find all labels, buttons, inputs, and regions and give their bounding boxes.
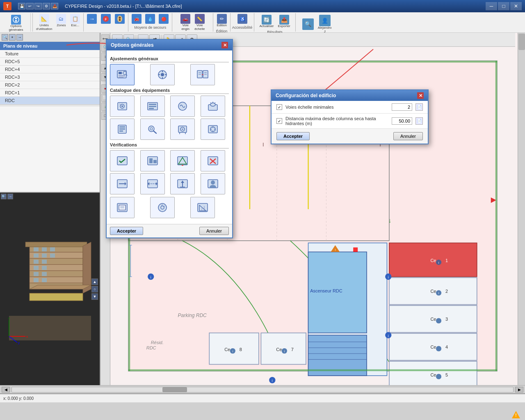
esc-button[interactable]: 📋 Esc... [68, 13, 82, 28]
verif-btn4[interactable] [201, 150, 225, 171]
svg-rect-126 [119, 75, 125, 76]
dialog-config-close[interactable]: ✕ [417, 92, 424, 99]
hscroll-thumb[interactable] [162, 387, 187, 392]
cat-btn6[interactable] [140, 119, 165, 140]
floor-item-rdc5[interactable]: RDC+5 [0, 58, 100, 66]
voie-echelle-icon: 📏 [195, 14, 205, 24]
zones-button[interactable]: 🗂 Zones [55, 13, 68, 28]
hydrant-button[interactable]: 💧 [144, 13, 157, 25]
ajust-btn2[interactable] [150, 64, 175, 85]
cat-btn7[interactable] [170, 119, 195, 140]
options-generales-button[interactable]: Options générales [4, 14, 28, 33]
scroll-thumb[interactable] [518, 34, 525, 50]
floor-item-rdc4[interactable]: RDC+4 [0, 66, 100, 73]
left-expand-btn[interactable]: → [16, 34, 23, 41]
floor-item-rdc[interactable]: RDC [0, 97, 100, 105]
undo-button[interactable]: ↩ [26, 3, 34, 9]
verif-btn3[interactable] [170, 150, 195, 171]
edition-button[interactable]: ✏ Édition [215, 13, 228, 28]
distancia-value-input[interactable] [392, 117, 412, 125]
config-accept-button[interactable]: Accepter [276, 132, 310, 140]
close-button[interactable]: ✕ [510, 2, 522, 10]
voies-doc-btn[interactable]: 📄 [415, 103, 423, 111]
svg-point-193 [211, 180, 215, 185]
cat-btn4[interactable] [201, 96, 225, 117]
verif-btn10[interactable] [150, 197, 175, 218]
distancia-doc-btn[interactable]: 📄 [415, 117, 423, 125]
nav-center-btn[interactable]: ○ [91, 286, 98, 292]
verif-btn5[interactable] [110, 173, 135, 194]
verif-btn9[interactable] [110, 197, 135, 218]
dialog-options-title[interactable]: Options générales ✕ [107, 40, 232, 50]
zoom-in-left-btn[interactable]: + [9, 34, 16, 41]
export-button[interactable]: 📤 [51, 3, 58, 9]
3d-zoom-btn[interactable]: 🔍 [1, 194, 7, 199]
dialog-options-generales: Options générales ✕ Ajustements généraux [106, 39, 233, 238]
horizontal-scrollbar[interactable] [11, 387, 514, 393]
voie-engin-button[interactable]: 🚗 Voieengin [179, 13, 192, 32]
nav-down-btn[interactable]: ▼ [91, 293, 98, 300]
cat-btn5[interactable] [110, 119, 135, 140]
voies-value-input[interactable] [392, 103, 412, 111]
verif-btn1[interactable] [110, 150, 135, 171]
compartiment-btn1[interactable]: → [85, 13, 98, 25]
zoom-out-left-btn[interactable]: 🔍 [2, 34, 8, 41]
minimize-button[interactable]: ─ [486, 2, 497, 10]
svg-rect-127 [119, 77, 123, 78]
verif-btn8[interactable] [201, 173, 225, 194]
verif-btn7[interactable] [170, 173, 195, 194]
compartiment-btn2[interactable]: F [99, 13, 112, 25]
floor-item-rdc2[interactable]: RDC+2 [0, 81, 100, 89]
cat-btn1[interactable] [110, 96, 135, 117]
redo-button[interactable]: ↪ [34, 3, 42, 9]
config-cancel-button[interactable]: Annuler [393, 132, 423, 140]
voies-checkbox[interactable]: ✓ [276, 104, 282, 110]
distancia-checkbox[interactable]: ✓ [276, 118, 282, 124]
voie-echelle-button[interactable]: 📏 Voieéchelle [193, 13, 206, 32]
quick-access-toolbar: 💾 ↩ ↪ ⚙ 📤 [18, 3, 58, 9]
actualiser-button[interactable]: 🔄 Actualiser [258, 14, 275, 29]
toolbar-sep-3 [128, 13, 128, 32]
verif-btn6[interactable] [140, 173, 165, 194]
verif-icon8 [206, 178, 219, 189]
settings-button[interactable]: ⚙ [43, 3, 50, 9]
maximize-button[interactable]: □ [498, 2, 509, 10]
ajust-btn3[interactable] [190, 64, 215, 85]
alarm-button[interactable]: 🔴 [157, 13, 170, 25]
edition-group: ✏ Édition Édition [215, 13, 228, 32]
unites-button[interactable]: 📐 Unitésd'utilisation [34, 13, 54, 32]
options-accept-button[interactable]: Accepter [110, 227, 143, 235]
dialog-options-footer: Accepter Annuler [107, 224, 232, 237]
toolbar-sep-1 [32, 13, 33, 32]
dialog-config-title[interactable]: Configuración del edificio ✕ [272, 90, 428, 101]
vertical-scrollbar[interactable] [518, 33, 525, 385]
search-button[interactable]: 🔍 [301, 18, 315, 31]
dialog-options-close[interactable]: ✕ [221, 42, 228, 48]
verif-btn2[interactable] [140, 150, 165, 171]
scroll-left-btn[interactable]: ◀ [2, 387, 10, 393]
zones-label: Zones [57, 24, 66, 27]
floor-item-rdc1[interactable]: RDC+1 [0, 89, 100, 97]
options-cancel-button[interactable]: Annuler [199, 227, 229, 235]
actualiser-icon: 🔄 [262, 15, 272, 25]
floor-item-rdc3[interactable]: RDC+3 [0, 73, 100, 81]
verif-btn11[interactable] [190, 197, 215, 218]
nav-up-btn[interactable]: ▲ [91, 278, 98, 285]
cat-btn3[interactable] [170, 96, 195, 117]
exporter-label: Exporter [278, 25, 290, 28]
user-button[interactable]: 👤 AlejandroJ [316, 14, 333, 34]
exporter-button[interactable]: 📤 Exporter [276, 14, 292, 29]
save-button[interactable]: 💾 [18, 3, 25, 9]
scroll-right-btn[interactable]: ▶ [515, 387, 523, 393]
accessibilite-button[interactable]: ♿ [236, 13, 249, 25]
svg-text:Ce: Ce [276, 347, 282, 352]
compartiment-btn3[interactable] [113, 13, 126, 25]
cat-btn8[interactable] [201, 119, 225, 140]
dialog-config-edificio: Configuración del edificio ✕ ✓ Voies éch… [271, 89, 429, 144]
ajust-btn1[interactable] [110, 64, 135, 85]
warning-icon[interactable] [512, 411, 520, 418]
3d-pan-btn[interactable]: → [7, 194, 13, 199]
floor-item-toiture[interactable]: Toiture [0, 50, 100, 58]
firetruck-button[interactable]: 🚒 [130, 13, 143, 25]
cat-btn2[interactable] [140, 96, 165, 117]
